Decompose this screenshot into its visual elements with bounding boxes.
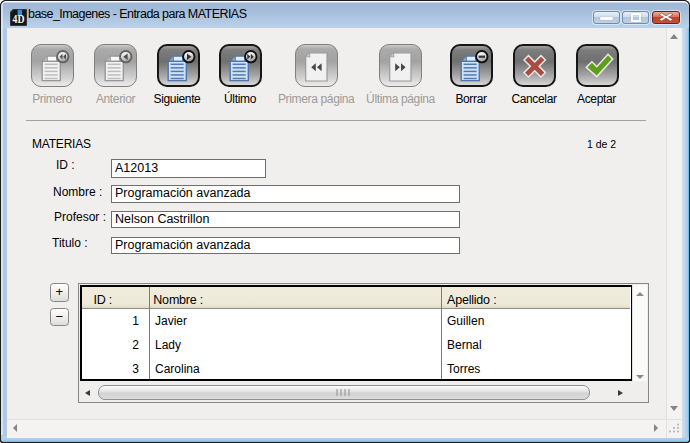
svg-text:4D: 4D [13,13,25,26]
